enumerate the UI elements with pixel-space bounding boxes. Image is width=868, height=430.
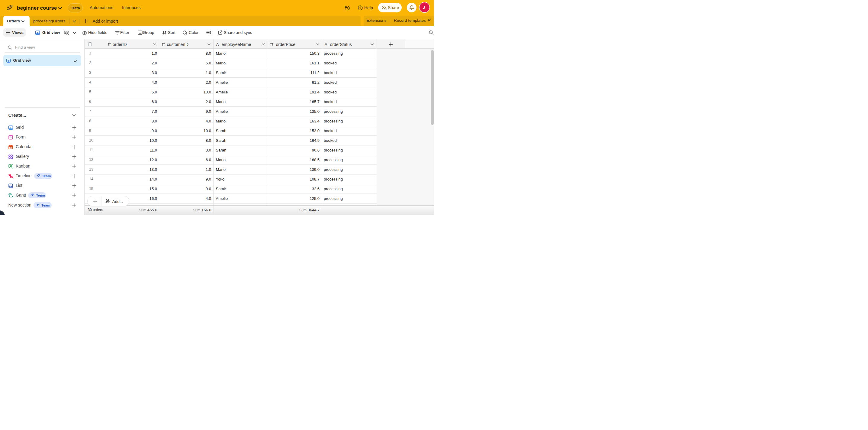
svg-text:31: 31: [10, 147, 12, 148]
